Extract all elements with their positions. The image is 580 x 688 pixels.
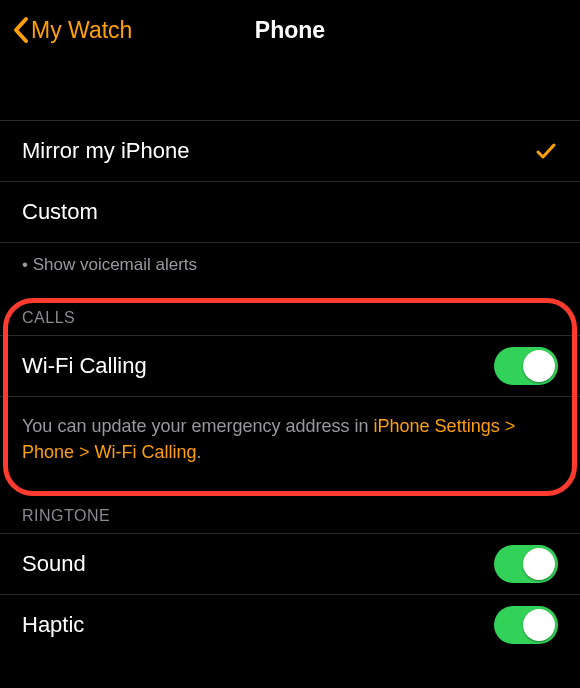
chevron-left-icon [12,16,29,44]
mirror-my-iphone-row[interactable]: Mirror my iPhone [0,121,580,181]
wifi-calling-row[interactable]: Wi-Fi Calling [0,336,580,396]
sound-label: Sound [22,551,86,577]
mirror-label: Mirror my iPhone [22,138,189,164]
custom-label: Custom [22,199,98,225]
calls-section-header: CALLS [0,285,580,335]
sound-row[interactable]: Sound [0,534,580,594]
ringtone-section: RINGTONE Sound Haptic [0,483,580,655]
back-button[interactable]: My Watch [12,16,132,44]
nav-bar: My Watch Phone [0,0,580,60]
haptic-toggle[interactable] [494,606,558,644]
ringtone-section-header: RINGTONE [0,483,580,533]
back-label: My Watch [31,17,132,44]
mode-section: Mirror my iPhone Custom • Show voicemail… [0,120,580,285]
wifi-calling-footer: You can update your emergency address in… [0,397,580,483]
sound-toggle[interactable] [494,545,558,583]
wifi-footer-post: . [197,442,202,462]
wifi-footer-pre: You can update your emergency address in [22,416,374,436]
voicemail-alerts-note: • Show voicemail alerts [0,243,580,285]
haptic-label: Haptic [22,612,84,638]
wifi-calling-label: Wi-Fi Calling [22,353,147,379]
watch-phone-settings-screen: My Watch Phone Mirror my iPhone Custom •… [0,0,580,688]
calls-section: CALLS Wi-Fi Calling You can update your … [0,285,580,483]
wifi-calling-toggle[interactable] [494,347,558,385]
haptic-row[interactable]: Haptic [0,595,580,655]
header-spacer [0,60,580,120]
page-title: Phone [255,17,325,44]
checkmark-icon [534,139,558,163]
custom-row[interactable]: Custom [0,182,580,242]
